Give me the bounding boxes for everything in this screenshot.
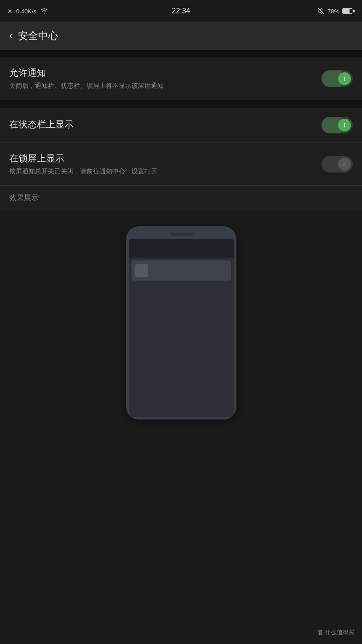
show-statusbar-title: 在状态栏上显示 — [9, 118, 312, 131]
allow-notification-section: 允许通知 关闭后，通知栏、状态栏、锁屏上将不显示该应用通知 I — [0, 58, 362, 100]
section-gap-2 — [0, 100, 362, 108]
wifi-icon — [40, 8, 48, 14]
show-statusbar-item[interactable]: 在状态栏上显示 I — [0, 108, 362, 143]
phone-speaker — [170, 233, 193, 236]
status-time: 22:34 — [172, 7, 190, 15]
app-bar: ‹ 安全中心 — [0, 22, 362, 50]
show-lockscreen-toggle[interactable]: ○ — [322, 156, 353, 172]
mute-icon — [317, 7, 325, 15]
app-bar-title: 安全中心 — [18, 29, 58, 43]
show-lockscreen-desc: 锁屏通知总开关已关闭，请前往通知中心一设置打开 — [9, 167, 312, 176]
phone-mockup — [126, 226, 236, 420]
battery-percent: 78% — [328, 8, 339, 15]
allow-notification-content: 允许通知 关闭后，通知栏、状态栏、锁屏上将不显示该应用通知 — [9, 67, 322, 91]
allow-notification-desc: 关闭后，通知栏、状态栏、锁屏上将不显示该应用通知 — [9, 81, 312, 91]
show-statusbar-toggle[interactable]: I — [322, 117, 353, 133]
allow-notification-title: 允许通知 — [9, 67, 312, 79]
status-bar: ✕ 0.40K/s 22:34 78% — [0, 0, 362, 22]
effect-label: 效果展示 — [0, 186, 362, 210]
battery-icon — [342, 8, 355, 14]
status-bar-section: 在状态栏上显示 I 在锁屏上显示 锁屏通知总开关已关闭，请前往通知中心一设置打开… — [0, 108, 362, 210]
network-speed: 0.40K/s — [16, 8, 36, 15]
phone-app-icon — [135, 264, 148, 277]
phone-notification-card — [132, 260, 231, 281]
show-statusbar-content: 在状态栏上显示 — [9, 118, 322, 132]
phone-mockup-container — [0, 210, 362, 449]
phone-screen-body — [129, 283, 234, 417]
phone-screen-topbar — [129, 239, 234, 258]
show-lockscreen-item[interactable]: 在锁屏上显示 锁屏通知总开关已关闭，请前往通知中心一设置打开 ○ — [0, 143, 362, 185]
close-icon: ✕ — [7, 8, 12, 15]
allow-notification-item[interactable]: 允许通知 关闭后，通知栏、状态栏、锁屏上将不显示该应用通知 I — [0, 58, 362, 100]
section-gap-1 — [0, 50, 362, 58]
show-lockscreen-title: 在锁屏上显示 — [9, 152, 312, 165]
phone-screen — [129, 239, 234, 417]
show-lockscreen-content: 在锁屏上显示 锁屏通知总开关已关闭，请前往通知中心一设置打开 — [9, 152, 322, 176]
watermark: 值·什么值得买 — [317, 628, 355, 637]
status-left: ✕ 0.40K/s — [7, 8, 48, 15]
back-button[interactable]: ‹ — [9, 30, 12, 42]
status-right: 78% — [317, 7, 355, 15]
allow-notification-toggle[interactable]: I — [322, 70, 353, 87]
